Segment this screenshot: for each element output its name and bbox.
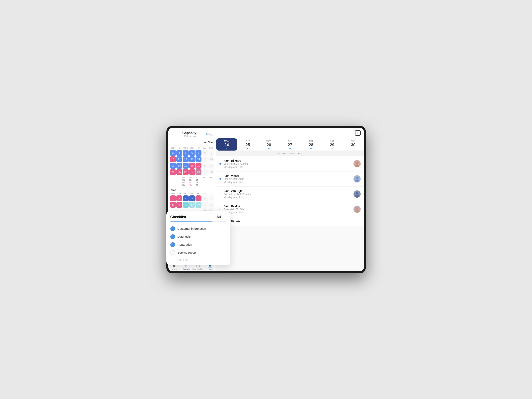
today-button[interactable]: Today — [206, 133, 213, 136]
calendar-day[interactable]: 1 — [170, 195, 176, 201]
calendar-day[interactable]: 20 — [189, 163, 195, 169]
calendar-day[interactable]: 4 — [176, 150, 182, 156]
checkbox-checked[interactable] — [170, 242, 175, 247]
calendar-day[interactable]: 30 — [208, 169, 214, 175]
checklist-item[interactable]: Diagnosis — [170, 233, 226, 241]
svg-point-1 — [355, 164, 359, 167]
calendar-day[interactable]: 16 — [208, 156, 214, 162]
calendar-day[interactable]: 28 — [196, 169, 202, 175]
calendar-day[interactable]: 10 — [183, 202, 189, 208]
page-title: Capacity — [182, 131, 196, 135]
calendar-day[interactable]: 12 — [196, 202, 202, 208]
back-button[interactable]: ← — [171, 132, 175, 136]
week-day-sun[interactable]: SUN 30 — [343, 138, 364, 150]
week-dot — [247, 148, 248, 149]
appointment-item[interactable]: Fam. Bakker Batenstein 72, Ede Monday, A… — [216, 202, 364, 217]
appointment-date: Monday, April 24th — [224, 196, 354, 199]
checklist-item[interactable]: Customer information — [170, 225, 226, 233]
appointments-list: MONDAY, APRIL 24TH Fam. Dijkstra Velperp… — [216, 151, 364, 271]
cal-header: MON — [170, 147, 176, 150]
checklist-item[interactable]: Reparation — [170, 241, 226, 249]
appointment-address: Batenstein 72, Ede — [224, 208, 354, 211]
week-day-wed[interactable]: WED 26 — [258, 138, 279, 150]
checkbox-unchecked[interactable] — [170, 250, 175, 255]
calendar-day[interactable]: 6 — [202, 195, 208, 201]
calendar-day[interactable]: 26 — [183, 169, 189, 175]
calendar-day[interactable]: 29 — [202, 169, 208, 175]
week-day-tue[interactable]: TUE 25 — [237, 138, 258, 150]
checklist-title: Checklist — [170, 215, 186, 219]
appointment-item[interactable]: Fam. Dijkstra Velperplein 21, Arnhem Mon… — [216, 156, 364, 171]
week-day-sat[interactable]: SAT 29 — [322, 138, 343, 150]
week-day-thu[interactable]: THU 27 — [279, 138, 301, 150]
calendar-day[interactable]: 11 — [189, 202, 195, 208]
subtitle: Field service — [182, 135, 198, 137]
calendar-day[interactable]: 5 — [183, 150, 189, 156]
week-day-mon[interactable]: MON 24 — [216, 138, 237, 150]
calendar-day[interactable]: 14 — [196, 156, 202, 162]
calendar-day[interactable]: 8 — [170, 202, 176, 208]
avatar — [354, 206, 361, 213]
checklist-next-arrow[interactable]: → — [223, 215, 226, 219]
calendar-day[interactable]: 24 — [170, 169, 176, 175]
appointment-address: Velperplein 21, Arnhem — [224, 162, 354, 165]
avatar — [354, 175, 361, 182]
calendar-day[interactable]: 9 — [208, 150, 214, 156]
appointment-info: Fam. Bakker Batenstein 72, Ede Monday, A… — [224, 205, 354, 214]
right-panel: + MON 24 TUE 25 WED 26 — [216, 128, 364, 271]
cal-header: SAT — [202, 192, 208, 195]
calendar-day[interactable]: 5 — [196, 195, 202, 201]
appointment-dot — [219, 163, 222, 165]
filter-icon: ⊷ — [204, 141, 207, 144]
calendar-day[interactable]: 18 — [176, 163, 182, 169]
add-item-label[interactable]: Add item — [170, 257, 226, 262]
cal-header: SUN — [208, 147, 214, 150]
appointment-item[interactable]: Fam. van Dijk Adderstraat 143, Veendam M… — [216, 187, 364, 202]
add-button[interactable]: + — [355, 130, 361, 136]
chevron-down-icon[interactable]: ▾ — [197, 132, 198, 134]
calendar-day[interactable]: 13 — [189, 156, 195, 162]
filter-button[interactable]: ⊷ Filter — [204, 141, 214, 144]
appointment-info: Fam. Visser Blaak 2, Rotterdam Monday, A… — [224, 174, 354, 184]
appointment-item[interactable]: Fam. Visser Blaak 2, Rotterdam Monday, A… — [216, 171, 364, 187]
appointment-name: Fam. Bakker — [224, 205, 354, 208]
appointment-item[interactable]: Fam. Nijhuis — [216, 217, 364, 226]
week-dot — [310, 148, 312, 149]
calendar-day[interactable]: 7 — [208, 195, 214, 201]
calendar-day[interactable]: 4 — [189, 195, 195, 201]
calendar-day[interactable]: 3 — [183, 195, 189, 201]
svg-point-2 — [356, 177, 358, 180]
calendar-day[interactable]: 6 — [189, 150, 195, 156]
calendar-day[interactable]: 27 — [189, 169, 195, 175]
calendar-day[interactable]: 19 — [183, 163, 189, 169]
nav-boards-label: Boards — [183, 268, 190, 270]
checklist-item[interactable]: Service report — [170, 249, 226, 257]
appointment-info: Fam. Nijhuis — [224, 220, 361, 223]
checklist-item-label: Customer information — [177, 227, 206, 230]
calendar-day[interactable]: 22 — [202, 163, 208, 169]
calendar-day[interactable]: 11 — [176, 156, 182, 162]
calendar-day[interactable]: 21 — [196, 163, 202, 169]
calendar-day[interactable]: 12 — [183, 156, 189, 162]
cal-header: SAT — [202, 147, 208, 150]
calendar-day[interactable]: 3 — [170, 150, 176, 156]
week-dot — [226, 148, 227, 149]
week-day-fri[interactable]: FRI 28 — [300, 138, 322, 150]
checkbox-checked[interactable] — [170, 226, 175, 231]
calendar-day[interactable]: 9 — [176, 202, 182, 208]
calendar-day[interactable]: 14 — [208, 202, 214, 208]
calendar-day[interactable]: 13 — [202, 202, 208, 208]
avatar — [354, 160, 361, 167]
appointment-info: Fam. Dijkstra Velperplein 21, Arnhem Mon… — [224, 159, 354, 168]
calendar-day[interactable]: 7 — [196, 150, 202, 156]
appointment-address: Blaak 2, Rotterdam — [224, 178, 354, 181]
calendar-day[interactable]: 25 — [176, 169, 182, 175]
checkbox-checked[interactable] — [170, 234, 175, 239]
calendar-day[interactable]: 10 — [170, 156, 176, 162]
calendar-day[interactable]: 23 — [208, 163, 214, 169]
calendar-day[interactable]: 17 — [170, 163, 176, 169]
calendar-day[interactable]: 8 — [202, 150, 208, 156]
cal-header: SUN — [208, 192, 214, 195]
calendar-day[interactable]: 15 — [202, 156, 208, 162]
calendar-day[interactable]: 2 — [176, 195, 182, 201]
